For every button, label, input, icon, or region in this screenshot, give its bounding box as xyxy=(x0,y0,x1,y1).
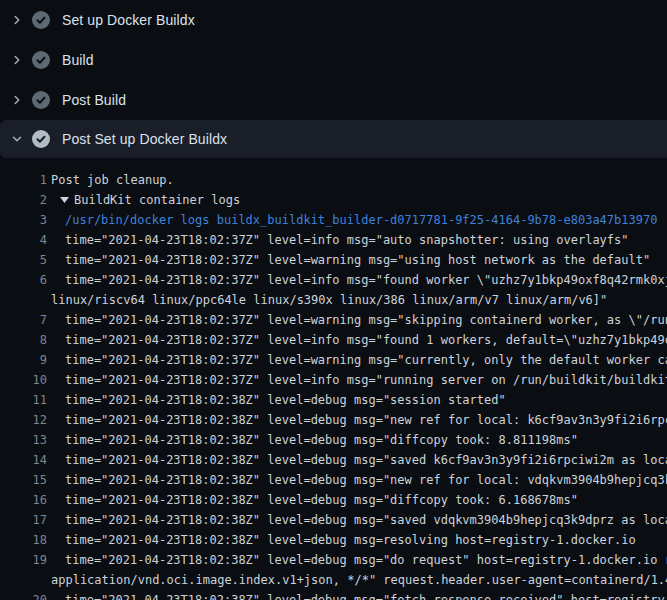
log-line: 1Post job cleanup. xyxy=(0,170,667,190)
log-line: 17time="2021-04-23T18:02:38Z" level=debu… xyxy=(0,510,667,530)
log-viewer: 1Post job cleanup.2BuildKit container lo… xyxy=(0,158,667,600)
log-line-text: time="2021-04-23T18:02:38Z" level=debug … xyxy=(65,410,667,430)
log-line-number[interactable]: 1 xyxy=(0,170,47,190)
log-line-text: /usr/bin/docker logs buildx_buildkit_bui… xyxy=(65,210,657,230)
step-row-build[interactable]: Build xyxy=(0,40,667,80)
log-line-number[interactable]: 10 xyxy=(0,370,47,390)
step-label: Build xyxy=(62,52,94,68)
log-line-text: time="2021-04-23T18:02:38Z" level=debug … xyxy=(65,430,578,450)
log-line-text: time="2021-04-23T18:02:38Z" level=debug … xyxy=(65,470,667,490)
log-line-text: time="2021-04-23T18:02:38Z" level=debug … xyxy=(65,490,578,510)
log-line-number[interactable]: 2 xyxy=(0,190,47,210)
log-line-number[interactable]: 17 xyxy=(0,510,47,530)
log-line-number xyxy=(0,570,47,590)
log-line: 15time="2021-04-23T18:02:38Z" level=debu… xyxy=(0,470,667,490)
step-list: Set up Docker Buildx Build Post Build Po… xyxy=(0,0,667,158)
log-rows: 1Post job cleanup.2BuildKit container lo… xyxy=(0,170,667,600)
log-line-text: time="2021-04-23T18:02:38Z" level=debug … xyxy=(65,510,667,530)
log-line-text: time="2021-04-23T18:02:38Z" level=debug … xyxy=(65,530,636,550)
log-line-text: linux/riscv64 linux/ppc64le linux/s390x … xyxy=(51,290,607,310)
collapse-caret-icon[interactable] xyxy=(60,190,69,210)
step-label: Post Set up Docker Buildx xyxy=(62,131,227,147)
chevron-right-icon[interactable] xyxy=(10,93,24,107)
log-line-text: time="2021-04-23T18:02:37Z" level=info m… xyxy=(65,370,667,390)
log-line-text: time="2021-04-23T18:02:38Z" level=debug … xyxy=(65,590,667,600)
log-line-number[interactable]: 7 xyxy=(0,310,47,330)
log-line: 2BuildKit container logs xyxy=(0,190,667,210)
log-line: 9time="2021-04-23T18:02:37Z" level=warni… xyxy=(0,350,667,370)
log-line-number[interactable]: 11 xyxy=(0,390,47,410)
log-line-number[interactable]: 14 xyxy=(0,450,47,470)
log-line-text: Post job cleanup. xyxy=(51,170,174,190)
log-line-number[interactable]: 20 xyxy=(0,590,47,600)
log-line-text: time="2021-04-23T18:02:37Z" level=info m… xyxy=(65,330,667,350)
log-line-number[interactable]: 18 xyxy=(0,530,47,550)
log-line-number[interactable]: 16 xyxy=(0,490,47,510)
log-line: 6time="2021-04-23T18:02:37Z" level=info … xyxy=(0,270,667,290)
log-line-number[interactable]: 9 xyxy=(0,350,47,370)
log-line-text: time="2021-04-23T18:02:37Z" level=info m… xyxy=(65,270,667,290)
log-line-number xyxy=(0,290,47,310)
step-row-post-set-up-docker-buildx[interactable]: Post Set up Docker Buildx xyxy=(0,120,667,158)
chevron-right-icon[interactable] xyxy=(10,13,24,27)
check-circle-icon xyxy=(32,130,50,148)
log-line: 3/usr/bin/docker logs buildx_buildkit_bu… xyxy=(0,210,667,230)
log-line-text: time="2021-04-23T18:02:38Z" level=debug … xyxy=(65,390,506,410)
log-line: 18time="2021-04-23T18:02:38Z" level=debu… xyxy=(0,530,667,550)
log-line-text: time="2021-04-23T18:02:37Z" level=warnin… xyxy=(65,350,667,370)
log-line: 13time="2021-04-23T18:02:38Z" level=debu… xyxy=(0,430,667,450)
log-line-number[interactable]: 15 xyxy=(0,470,47,490)
step-label: Set up Docker Buildx xyxy=(62,12,195,28)
log-line: 14time="2021-04-23T18:02:38Z" level=debu… xyxy=(0,450,667,470)
check-circle-icon xyxy=(32,91,50,109)
check-circle-icon xyxy=(32,51,50,69)
step-label: Post Build xyxy=(62,92,126,108)
check-circle-icon xyxy=(32,11,50,29)
step-row-post-build[interactable]: Post Build xyxy=(0,80,667,120)
chevron-down-icon[interactable] xyxy=(10,132,24,146)
step-row-set-up-docker-buildx[interactable]: Set up Docker Buildx xyxy=(0,0,667,40)
log-line: 16time="2021-04-23T18:02:38Z" level=debu… xyxy=(0,490,667,510)
log-line-text: time="2021-04-23T18:02:37Z" level=warnin… xyxy=(65,310,667,330)
log-line: application/vnd.oci.image.index.v1+json,… xyxy=(0,570,667,590)
log-line: 19time="2021-04-23T18:02:38Z" level=debu… xyxy=(0,550,667,570)
chevron-right-icon[interactable] xyxy=(10,53,24,67)
log-line-number[interactable]: 19 xyxy=(0,550,47,570)
log-line: 12time="2021-04-23T18:02:38Z" level=debu… xyxy=(0,410,667,430)
log-line: 20time="2021-04-23T18:02:38Z" level=debu… xyxy=(0,590,667,600)
log-line-number[interactable]: 13 xyxy=(0,430,47,450)
log-line-number[interactable]: 5 xyxy=(0,250,47,270)
log-line: 5time="2021-04-23T18:02:37Z" level=warni… xyxy=(0,250,667,270)
log-line-number[interactable]: 4 xyxy=(0,230,47,250)
log-line-text: time="2021-04-23T18:02:37Z" level=warnin… xyxy=(65,250,650,270)
log-line: 8time="2021-04-23T18:02:37Z" level=info … xyxy=(0,330,667,350)
log-line: 11time="2021-04-23T18:02:38Z" level=debu… xyxy=(0,390,667,410)
log-line-text: time="2021-04-23T18:02:38Z" level=debug … xyxy=(65,450,667,470)
log-line: 7time="2021-04-23T18:02:37Z" level=warni… xyxy=(0,310,667,330)
log-line-number[interactable]: 6 xyxy=(0,270,47,290)
log-line-text: time="2021-04-23T18:02:38Z" level=debug … xyxy=(65,550,667,570)
log-line-number[interactable]: 12 xyxy=(0,410,47,430)
log-line-text: application/vnd.oci.image.index.v1+json,… xyxy=(51,570,667,590)
log-line-text: time="2021-04-23T18:02:37Z" level=info m… xyxy=(65,230,629,250)
log-line-text: BuildKit container logs xyxy=(74,190,240,210)
log-line: 10time="2021-04-23T18:02:37Z" level=info… xyxy=(0,370,667,390)
log-line-number[interactable]: 8 xyxy=(0,330,47,350)
log-line: linux/riscv64 linux/ppc64le linux/s390x … xyxy=(0,290,667,310)
log-line-number[interactable]: 3 xyxy=(0,210,47,230)
log-line: 4time="2021-04-23T18:02:37Z" level=info … xyxy=(0,230,667,250)
